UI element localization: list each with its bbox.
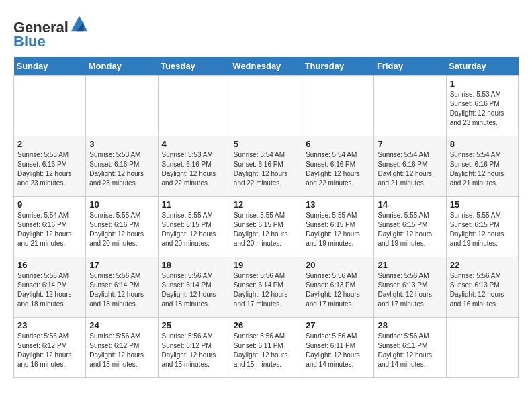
day-number: 13 xyxy=(306,199,370,210)
day-detail: Sunrise: 5:56 AM Sunset: 6:14 PM Dayligh… xyxy=(234,271,298,309)
day-number: 12 xyxy=(234,199,298,210)
day-cell: 23Sunrise: 5:56 AM Sunset: 6:12 PM Dayli… xyxy=(14,318,86,378)
day-number: 19 xyxy=(234,260,298,270)
day-detail: Sunrise: 5:54 AM Sunset: 6:16 PM Dayligh… xyxy=(17,211,82,248)
day-cell: 26Sunrise: 5:56 AM Sunset: 6:11 PM Dayli… xyxy=(230,318,302,378)
day-detail: Sunrise: 5:55 AM Sunset: 6:15 PM Dayligh… xyxy=(162,211,226,248)
day-number: 21 xyxy=(378,260,442,270)
day-number: 14 xyxy=(378,199,442,210)
day-detail: Sunrise: 5:53 AM Sunset: 6:16 PM Dayligh… xyxy=(450,90,515,128)
day-detail: Sunrise: 5:56 AM Sunset: 6:11 PM Dayligh… xyxy=(306,332,370,369)
week-row-3: 9Sunrise: 5:54 AM Sunset: 6:16 PM Daylig… xyxy=(14,197,519,257)
day-cell: 15Sunrise: 5:55 AM Sunset: 6:15 PM Dayli… xyxy=(446,197,518,257)
day-cell: 2Sunrise: 5:53 AM Sunset: 6:16 PM Daylig… xyxy=(14,136,86,197)
day-cell xyxy=(302,76,374,136)
day-cell: 17Sunrise: 5:56 AM Sunset: 6:14 PM Dayli… xyxy=(86,257,158,318)
day-cell: 16Sunrise: 5:56 AM Sunset: 6:14 PM Dayli… xyxy=(14,257,86,318)
day-cell: 22Sunrise: 5:56 AM Sunset: 6:13 PM Dayli… xyxy=(446,257,518,318)
day-cell: 25Sunrise: 5:56 AM Sunset: 6:12 PM Dayli… xyxy=(158,318,230,378)
day-cell: 11Sunrise: 5:55 AM Sunset: 6:15 PM Dayli… xyxy=(158,197,230,257)
day-detail: Sunrise: 5:56 AM Sunset: 6:12 PM Dayligh… xyxy=(17,332,82,369)
header-day-sunday: Sunday xyxy=(14,57,86,76)
week-row-2: 2Sunrise: 5:53 AM Sunset: 6:16 PM Daylig… xyxy=(14,136,519,197)
header-day-monday: Monday xyxy=(86,57,158,76)
day-detail: Sunrise: 5:56 AM Sunset: 6:13 PM Dayligh… xyxy=(378,271,442,309)
day-cell xyxy=(230,76,302,136)
calendar-table: SundayMondayTuesdayWednesdayThursdayFrid… xyxy=(13,57,519,378)
day-cell: 9Sunrise: 5:54 AM Sunset: 6:16 PM Daylig… xyxy=(14,197,86,257)
day-number: 20 xyxy=(306,260,370,270)
header-day-tuesday: Tuesday xyxy=(158,57,230,76)
day-detail: Sunrise: 5:55 AM Sunset: 6:15 PM Dayligh… xyxy=(378,211,442,248)
day-number: 11 xyxy=(162,199,226,210)
header-day-friday: Friday xyxy=(374,57,446,76)
day-detail: Sunrise: 5:56 AM Sunset: 6:13 PM Dayligh… xyxy=(450,271,515,309)
calendar-header: SundayMondayTuesdayWednesdayThursdayFrid… xyxy=(14,57,519,76)
day-detail: Sunrise: 5:56 AM Sunset: 6:14 PM Dayligh… xyxy=(89,271,154,309)
day-cell: 27Sunrise: 5:56 AM Sunset: 6:11 PM Dayli… xyxy=(302,318,374,378)
day-number: 23 xyxy=(17,320,82,330)
day-detail: Sunrise: 5:54 AM Sunset: 6:16 PM Dayligh… xyxy=(234,150,298,188)
day-detail: Sunrise: 5:56 AM Sunset: 6:13 PM Dayligh… xyxy=(306,271,370,309)
day-cell: 5Sunrise: 5:54 AM Sunset: 6:16 PM Daylig… xyxy=(230,136,302,197)
day-number: 2 xyxy=(17,139,82,149)
day-cell: 7Sunrise: 5:54 AM Sunset: 6:16 PM Daylig… xyxy=(374,136,446,197)
day-number: 1 xyxy=(450,79,515,89)
day-cell: 24Sunrise: 5:56 AM Sunset: 6:12 PM Dayli… xyxy=(86,318,158,378)
day-number: 9 xyxy=(17,199,82,210)
day-cell: 1Sunrise: 5:53 AM Sunset: 6:16 PM Daylig… xyxy=(446,76,518,136)
day-number: 28 xyxy=(378,320,442,330)
day-number: 25 xyxy=(162,320,226,330)
day-cell: 20Sunrise: 5:56 AM Sunset: 6:13 PM Dayli… xyxy=(302,257,374,318)
day-cell: 4Sunrise: 5:53 AM Sunset: 6:16 PM Daylig… xyxy=(158,136,230,197)
day-cell xyxy=(446,318,518,378)
day-detail: Sunrise: 5:53 AM Sunset: 6:16 PM Dayligh… xyxy=(162,150,226,188)
week-row-4: 16Sunrise: 5:56 AM Sunset: 6:14 PM Dayli… xyxy=(14,257,519,318)
day-number: 22 xyxy=(450,260,515,270)
header-row: SundayMondayTuesdayWednesdayThursdayFrid… xyxy=(14,57,519,76)
day-cell: 10Sunrise: 5:55 AM Sunset: 6:16 PM Dayli… xyxy=(86,197,158,257)
day-number: 15 xyxy=(450,199,515,210)
day-detail: Sunrise: 5:54 AM Sunset: 6:16 PM Dayligh… xyxy=(450,150,515,188)
day-detail: Sunrise: 5:53 AM Sunset: 6:16 PM Dayligh… xyxy=(17,150,82,188)
day-detail: Sunrise: 5:55 AM Sunset: 6:15 PM Dayligh… xyxy=(234,211,298,248)
day-cell: 28Sunrise: 5:56 AM Sunset: 6:11 PM Dayli… xyxy=(374,318,446,378)
day-detail: Sunrise: 5:56 AM Sunset: 6:12 PM Dayligh… xyxy=(89,332,154,369)
day-detail: Sunrise: 5:53 AM Sunset: 6:16 PM Dayligh… xyxy=(89,150,154,188)
day-cell: 8Sunrise: 5:54 AM Sunset: 6:16 PM Daylig… xyxy=(446,136,518,197)
day-cell xyxy=(374,76,446,136)
day-number: 18 xyxy=(162,260,226,270)
day-cell: 13Sunrise: 5:55 AM Sunset: 6:15 PM Dayli… xyxy=(302,197,374,257)
day-number: 10 xyxy=(89,199,154,210)
day-cell: 18Sunrise: 5:56 AM Sunset: 6:14 PM Dayli… xyxy=(158,257,230,318)
day-number: 16 xyxy=(17,260,82,270)
logo-icon xyxy=(70,13,89,32)
day-detail: Sunrise: 5:54 AM Sunset: 6:16 PM Dayligh… xyxy=(378,150,442,188)
day-detail: Sunrise: 5:56 AM Sunset: 6:14 PM Dayligh… xyxy=(162,271,226,309)
day-number: 8 xyxy=(450,139,515,149)
header-day-wednesday: Wednesday xyxy=(230,57,302,76)
day-detail: Sunrise: 5:55 AM Sunset: 6:16 PM Dayligh… xyxy=(89,211,154,248)
day-cell xyxy=(158,76,230,136)
day-number: 6 xyxy=(306,139,370,149)
day-number: 26 xyxy=(234,320,298,330)
day-cell: 21Sunrise: 5:56 AM Sunset: 6:13 PM Dayli… xyxy=(374,257,446,318)
day-cell: 12Sunrise: 5:55 AM Sunset: 6:15 PM Dayli… xyxy=(230,197,302,257)
calendar-body: 1Sunrise: 5:53 AM Sunset: 6:16 PM Daylig… xyxy=(14,76,519,378)
day-detail: Sunrise: 5:56 AM Sunset: 6:14 PM Dayligh… xyxy=(17,271,82,309)
header-day-thursday: Thursday xyxy=(302,57,374,76)
day-cell: 6Sunrise: 5:54 AM Sunset: 6:16 PM Daylig… xyxy=(302,136,374,197)
day-number: 7 xyxy=(378,139,442,149)
day-number: 24 xyxy=(89,320,154,330)
day-number: 5 xyxy=(234,139,298,149)
day-number: 4 xyxy=(162,139,226,149)
day-number: 27 xyxy=(306,320,370,330)
header-day-saturday: Saturday xyxy=(446,57,518,76)
day-detail: Sunrise: 5:56 AM Sunset: 6:11 PM Dayligh… xyxy=(378,332,442,369)
day-detail: Sunrise: 5:55 AM Sunset: 6:15 PM Dayligh… xyxy=(306,211,370,248)
day-cell: 19Sunrise: 5:56 AM Sunset: 6:14 PM Dayli… xyxy=(230,257,302,318)
day-number: 17 xyxy=(89,260,154,270)
week-row-5: 23Sunrise: 5:56 AM Sunset: 6:12 PM Dayli… xyxy=(14,318,519,378)
day-cell xyxy=(14,76,86,136)
day-number: 3 xyxy=(89,139,154,149)
